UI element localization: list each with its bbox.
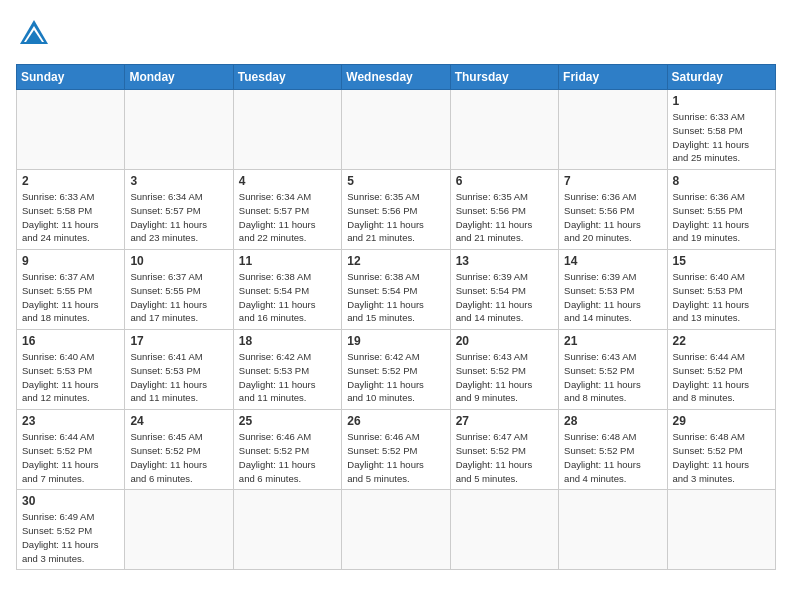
day-info: Sunrise: 6:46 AM Sunset: 5:52 PM Dayligh… [239,430,336,485]
day-number: 11 [239,254,336,268]
day-number: 14 [564,254,661,268]
day-info: Sunrise: 6:44 AM Sunset: 5:52 PM Dayligh… [22,430,119,485]
calendar-cell: 18Sunrise: 6:42 AM Sunset: 5:53 PM Dayli… [233,330,341,410]
day-number: 6 [456,174,553,188]
logo-icon [16,16,52,52]
calendar-cell: 21Sunrise: 6:43 AM Sunset: 5:52 PM Dayli… [559,330,667,410]
day-info: Sunrise: 6:37 AM Sunset: 5:55 PM Dayligh… [22,270,119,325]
day-number: 4 [239,174,336,188]
day-info: Sunrise: 6:39 AM Sunset: 5:54 PM Dayligh… [456,270,553,325]
day-info: Sunrise: 6:42 AM Sunset: 5:53 PM Dayligh… [239,350,336,405]
day-number: 30 [22,494,119,508]
day-number: 21 [564,334,661,348]
day-info: Sunrise: 6:48 AM Sunset: 5:52 PM Dayligh… [564,430,661,485]
calendar-cell: 26Sunrise: 6:46 AM Sunset: 5:52 PM Dayli… [342,410,450,490]
day-number: 10 [130,254,227,268]
calendar-cell: 22Sunrise: 6:44 AM Sunset: 5:52 PM Dayli… [667,330,775,410]
calendar-cell: 9Sunrise: 6:37 AM Sunset: 5:55 PM Daylig… [17,250,125,330]
calendar-cell: 2Sunrise: 6:33 AM Sunset: 5:58 PM Daylig… [17,170,125,250]
day-info: Sunrise: 6:34 AM Sunset: 5:57 PM Dayligh… [239,190,336,245]
weekday-header-sunday: Sunday [17,65,125,90]
calendar-cell [233,490,341,570]
calendar-cell: 16Sunrise: 6:40 AM Sunset: 5:53 PM Dayli… [17,330,125,410]
day-number: 5 [347,174,444,188]
calendar-cell: 7Sunrise: 6:36 AM Sunset: 5:56 PM Daylig… [559,170,667,250]
calendar-cell: 29Sunrise: 6:48 AM Sunset: 5:52 PM Dayli… [667,410,775,490]
calendar-cell [233,90,341,170]
calendar-cell: 28Sunrise: 6:48 AM Sunset: 5:52 PM Dayli… [559,410,667,490]
calendar-cell [342,90,450,170]
calendar-cell [559,490,667,570]
calendar-week-5: 30Sunrise: 6:49 AM Sunset: 5:52 PM Dayli… [17,490,776,570]
day-number: 15 [673,254,770,268]
day-number: 2 [22,174,119,188]
calendar-cell: 8Sunrise: 6:36 AM Sunset: 5:55 PM Daylig… [667,170,775,250]
calendar-cell: 25Sunrise: 6:46 AM Sunset: 5:52 PM Dayli… [233,410,341,490]
calendar-week-3: 16Sunrise: 6:40 AM Sunset: 5:53 PM Dayli… [17,330,776,410]
calendar-cell: 1Sunrise: 6:33 AM Sunset: 5:58 PM Daylig… [667,90,775,170]
calendar-cell: 27Sunrise: 6:47 AM Sunset: 5:52 PM Dayli… [450,410,558,490]
day-number: 23 [22,414,119,428]
day-info: Sunrise: 6:41 AM Sunset: 5:53 PM Dayligh… [130,350,227,405]
day-number: 26 [347,414,444,428]
calendar-cell: 6Sunrise: 6:35 AM Sunset: 5:56 PM Daylig… [450,170,558,250]
day-info: Sunrise: 6:39 AM Sunset: 5:53 PM Dayligh… [564,270,661,325]
calendar-cell: 24Sunrise: 6:45 AM Sunset: 5:52 PM Dayli… [125,410,233,490]
calendar-cell: 12Sunrise: 6:38 AM Sunset: 5:54 PM Dayli… [342,250,450,330]
weekday-header-thursday: Thursday [450,65,558,90]
day-info: Sunrise: 6:38 AM Sunset: 5:54 PM Dayligh… [239,270,336,325]
calendar-cell: 30Sunrise: 6:49 AM Sunset: 5:52 PM Dayli… [17,490,125,570]
day-number: 27 [456,414,553,428]
calendar-cell: 20Sunrise: 6:43 AM Sunset: 5:52 PM Dayli… [450,330,558,410]
day-info: Sunrise: 6:43 AM Sunset: 5:52 PM Dayligh… [564,350,661,405]
calendar-cell [667,490,775,570]
day-info: Sunrise: 6:46 AM Sunset: 5:52 PM Dayligh… [347,430,444,485]
calendar-cell: 11Sunrise: 6:38 AM Sunset: 5:54 PM Dayli… [233,250,341,330]
day-info: Sunrise: 6:40 AM Sunset: 5:53 PM Dayligh… [22,350,119,405]
day-info: Sunrise: 6:35 AM Sunset: 5:56 PM Dayligh… [456,190,553,245]
calendar-cell [17,90,125,170]
day-number: 25 [239,414,336,428]
calendar-cell [342,490,450,570]
calendar-cell: 23Sunrise: 6:44 AM Sunset: 5:52 PM Dayli… [17,410,125,490]
day-info: Sunrise: 6:47 AM Sunset: 5:52 PM Dayligh… [456,430,553,485]
day-number: 20 [456,334,553,348]
page-header [16,16,776,52]
calendar-cell: 13Sunrise: 6:39 AM Sunset: 5:54 PM Dayli… [450,250,558,330]
day-info: Sunrise: 6:36 AM Sunset: 5:55 PM Dayligh… [673,190,770,245]
day-info: Sunrise: 6:49 AM Sunset: 5:52 PM Dayligh… [22,510,119,565]
weekday-header-wednesday: Wednesday [342,65,450,90]
day-number: 28 [564,414,661,428]
calendar-cell [559,90,667,170]
day-number: 13 [456,254,553,268]
calendar-table: SundayMondayTuesdayWednesdayThursdayFrid… [16,64,776,570]
day-number: 8 [673,174,770,188]
day-info: Sunrise: 6:40 AM Sunset: 5:53 PM Dayligh… [673,270,770,325]
day-info: Sunrise: 6:35 AM Sunset: 5:56 PM Dayligh… [347,190,444,245]
day-info: Sunrise: 6:33 AM Sunset: 5:58 PM Dayligh… [673,110,770,165]
calendar-cell: 4Sunrise: 6:34 AM Sunset: 5:57 PM Daylig… [233,170,341,250]
calendar-cell [450,490,558,570]
calendar-week-2: 9Sunrise: 6:37 AM Sunset: 5:55 PM Daylig… [17,250,776,330]
day-number: 22 [673,334,770,348]
logo [16,16,58,52]
day-info: Sunrise: 6:48 AM Sunset: 5:52 PM Dayligh… [673,430,770,485]
calendar-week-0: 1Sunrise: 6:33 AM Sunset: 5:58 PM Daylig… [17,90,776,170]
day-info: Sunrise: 6:36 AM Sunset: 5:56 PM Dayligh… [564,190,661,245]
day-info: Sunrise: 6:44 AM Sunset: 5:52 PM Dayligh… [673,350,770,405]
calendar-cell [125,90,233,170]
day-info: Sunrise: 6:43 AM Sunset: 5:52 PM Dayligh… [456,350,553,405]
day-number: 18 [239,334,336,348]
calendar-cell: 3Sunrise: 6:34 AM Sunset: 5:57 PM Daylig… [125,170,233,250]
calendar-cell [125,490,233,570]
day-info: Sunrise: 6:38 AM Sunset: 5:54 PM Dayligh… [347,270,444,325]
weekday-header-tuesday: Tuesday [233,65,341,90]
calendar-cell: 15Sunrise: 6:40 AM Sunset: 5:53 PM Dayli… [667,250,775,330]
day-info: Sunrise: 6:45 AM Sunset: 5:52 PM Dayligh… [130,430,227,485]
day-number: 1 [673,94,770,108]
calendar-week-4: 23Sunrise: 6:44 AM Sunset: 5:52 PM Dayli… [17,410,776,490]
day-info: Sunrise: 6:37 AM Sunset: 5:55 PM Dayligh… [130,270,227,325]
day-number: 12 [347,254,444,268]
day-number: 9 [22,254,119,268]
day-number: 7 [564,174,661,188]
